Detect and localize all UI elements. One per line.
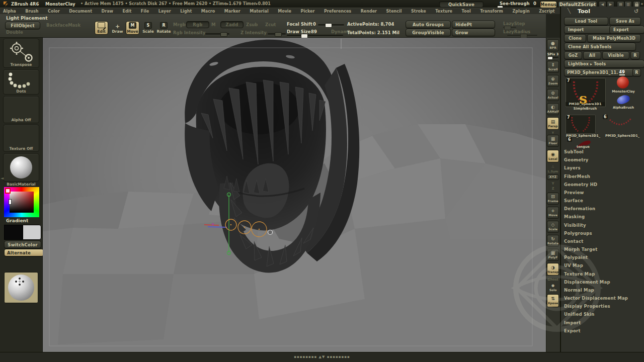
z-axis-button[interactable]: Z [546,187,560,191]
menu-draw[interactable]: Draw [102,9,113,14]
section-texture-map[interactable]: Texture Map [564,272,639,277]
section-unified-skin[interactable]: Unified Skin [564,312,639,317]
goz-visible-button[interactable]: Visible [602,51,629,59]
section-subtool[interactable]: SubTool [564,149,639,154]
menu-document[interactable]: Document [69,9,92,14]
section-masking[interactable]: Masking [564,214,639,219]
switch-color-button[interactable]: SwitchColor [4,241,41,248]
focal-shift-slider[interactable] [318,24,344,26]
menu-stencil[interactable]: Stencil [386,9,402,14]
draw-button[interactable]: + Draw [111,21,124,35]
section-import[interactable]: Import [564,320,639,325]
history-icon[interactable]: ↺ [634,8,638,15]
menu-color[interactable]: Color [48,9,60,14]
section-normal-map[interactable]: Normal Map [564,288,639,293]
lsym-button[interactable]: ∴ L.Sym [547,164,559,173]
monsterclay-thumbnail[interactable] [617,76,629,88]
section-layers[interactable]: Layers [564,165,639,170]
section-display-properties[interactable]: Display Properties [564,304,639,309]
color-picker[interactable] [4,187,39,217]
menu-alpha[interactable]: Alpha [3,9,16,14]
double-label[interactable]: Double [6,30,23,35]
focal-shift-thumb[interactable] [325,23,332,28]
goz-button[interactable]: GoZ [564,51,582,59]
section-polygroups[interactable]: Polygroups [564,231,639,236]
group-visible-button[interactable]: GroupVisible [406,29,451,36]
section-morph-target[interactable]: Morph Target [564,247,639,252]
bpr-button[interactable]: ● BPR [547,39,559,51]
section-displacement-map[interactable]: Displacement Map [564,280,639,285]
sculpt-model[interactable] [43,38,546,352]
section-geometry-hd[interactable]: Geometry HD [564,182,639,187]
rgb-intensity-thumb[interactable] [220,32,227,37]
menu-movie[interactable]: Movie [278,9,291,14]
main-color-swatch[interactable] [4,225,23,240]
menu-edit[interactable]: Edit [123,9,132,14]
tray-collapse-arrow[interactable]: ◄ [1,176,4,180]
draw-size-slider[interactable] [287,35,343,36]
section-export[interactable]: Export [564,328,639,333]
save-as-button[interactable]: Save As [609,17,641,25]
section-uv-map[interactable]: UV Map [564,263,639,268]
menu-transform[interactable]: Transform [480,9,503,14]
current-tool-name[interactable]: PM3D_Sphere3D1_11. 49 [564,68,634,76]
section-deformation[interactable]: Deformation [564,206,639,211]
color-saturation-square[interactable] [10,192,34,213]
zoom-button[interactable]: ⊕ Zoom [547,75,559,87]
transp-button[interactable]: ◑ Transp [547,263,559,276]
zadd-toggle[interactable]: Zadd [220,21,244,28]
polyf-button[interactable]: ▦ PolyF [547,249,559,261]
grow-button[interactable]: Grow [452,29,495,36]
section-surface[interactable]: Surface [564,198,639,203]
export-button[interactable]: Export [609,26,644,34]
clone-all-subtools-button[interactable]: Clone All SubTools [564,43,636,51]
lightbox-tools-button[interactable]: Lightbox ▸ Tools [564,60,644,68]
subtool-sphere3-thumbnail[interactable] [608,117,633,129]
menu-layer[interactable]: Layer [158,9,171,14]
close-icon[interactable]: × [640,1,643,7]
menu-light[interactable]: Light [180,9,192,14]
hidept-button[interactable]: HidePt [452,21,495,28]
rgb-intensity-label[interactable]: Rgb Intensity [173,30,205,35]
document-canvas[interactable] [43,38,546,352]
auto-groups-button[interactable]: Auto Groups [406,21,451,28]
texture-off-button[interactable]: Texture Off [3,125,39,152]
zsub-toggle[interactable]: Zsub [246,22,258,27]
zcut-toggle[interactable]: Zcut [265,22,276,27]
section-polypaint[interactable]: Polypaint [564,255,639,260]
xyz-button[interactable]: XYZ [547,174,559,180]
goz-r-button[interactable]: R [630,51,640,59]
z-intensity-slider[interactable] [268,33,286,35]
menu-file[interactable]: File [141,9,149,14]
basic-material-button[interactable] [3,153,39,182]
load-tool-button[interactable]: Load Tool [564,17,608,25]
persp-button[interactable]: ▤ Persp [547,117,559,130]
alternate-button[interactable]: Alternate [4,249,44,256]
menus-toggle[interactable]: Menus [540,1,557,8]
gradient-label[interactable]: Gradient [6,218,28,223]
quicksave-button[interactable]: QuickSave [439,1,484,8]
sv-marker[interactable] [9,199,12,205]
section-contact[interactable]: Contact [564,239,639,244]
section-fibermesh[interactable]: FiberMesh [564,174,639,179]
menu-zscript[interactable]: Zscript [539,9,555,14]
scroll-button[interactable]: ⇕ Scroll [547,61,559,73]
stroke-dots-button[interactable]: Dots [3,69,39,95]
z-intensity-label[interactable]: Z Intensity [240,30,267,35]
menu-macro[interactable]: Macro [201,9,215,14]
import-button[interactable]: Import [564,26,612,34]
actual-button[interactable]: ⊙ Actual [547,89,559,101]
shelf-scale-button[interactable]: ◇ Scale [547,221,559,233]
frame-button[interactable]: ⊡ Frame [547,193,559,205]
lazy-step-slider[interactable] [503,27,516,28]
local-button[interactable]: ◉ Local [547,150,559,162]
z-intensity-thumb[interactable] [275,32,282,37]
hue-marker[interactable] [5,188,11,194]
menu-texture[interactable]: Texture [435,9,452,14]
menu-marker[interactable]: Marker [224,9,240,14]
section-visibility[interactable]: Visibility [564,223,639,228]
edit-button[interactable]: Edit [95,21,108,35]
shelf-move-button[interactable]: + Move [547,207,559,219]
clone-button[interactable]: Clone [564,34,586,42]
aahalf-button[interactable]: ◐ AAHalf [547,103,559,115]
